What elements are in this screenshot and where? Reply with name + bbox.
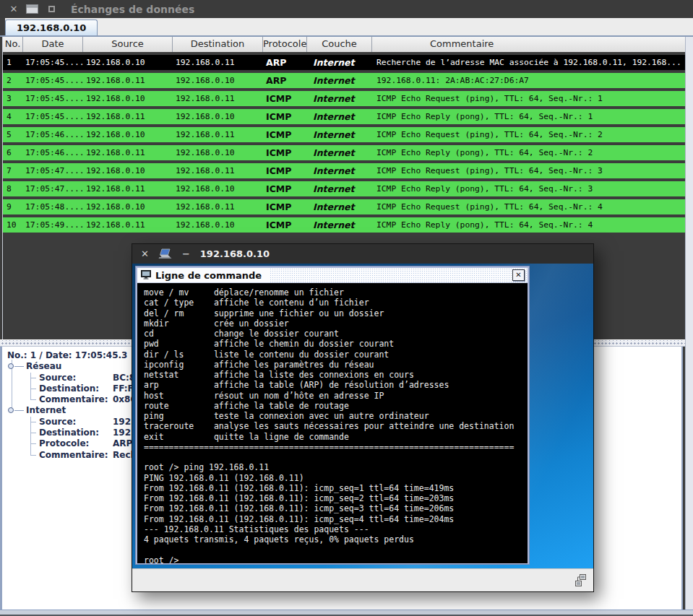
- screen: ✕ Échanges de données 192.168.0.10 No.Da…: [0, 0, 693, 616]
- network-tray-icon[interactable]: [572, 574, 586, 590]
- maximize-icon[interactable]: [48, 6, 55, 12]
- cell-comment: 192.168.0.11: 2A:AB:AC:27:D6:A7: [372, 73, 685, 88]
- column-header[interactable]: Source: [83, 37, 173, 52]
- cell-date: 17:05:45....: [23, 91, 83, 106]
- cell-protocol: ICMP: [263, 109, 307, 124]
- table-row[interactable]: 6 17:05:46.... 192.168.0.11 192.168.0.10…: [3, 145, 685, 160]
- cell-protocol: ICMP: [263, 127, 307, 142]
- cell-protocol: ICMP: [263, 181, 307, 196]
- cell-source: 192.168.0.10: [83, 199, 173, 214]
- cmd-title: Ligne de commande: [155, 270, 262, 281]
- tree-label: Source:: [39, 417, 76, 427]
- cell-no: 6: [3, 145, 23, 160]
- cell-comment: ICMP Echo Reply (pong), TTL: 64, Seq.-Nr…: [372, 217, 685, 233]
- taskbar: [132, 568, 593, 591]
- tree-expand-handle[interactable]: [8, 363, 14, 369]
- cell-source: 192.168.0.10: [83, 127, 173, 142]
- table-row[interactable]: 8 17:05:47.... 192.168.0.11 192.168.0.10…: [3, 181, 685, 196]
- column-header[interactable]: Destination: [173, 37, 263, 52]
- tree-value: FF:F: [113, 383, 134, 394]
- window-bottom-edge: [0, 610, 693, 616]
- cell-destination: 192.168.0.11: [173, 91, 263, 106]
- cell-no: 1: [3, 55, 23, 70]
- cell-no: 8: [3, 181, 23, 196]
- tab-bar: 192.168.0.10: [0, 18, 693, 35]
- cell-source: 192.168.0.11: [83, 109, 173, 124]
- tree-label: Source:: [39, 373, 76, 383]
- close-icon[interactable]: ✕: [7, 4, 20, 14]
- cell-protocol: ICMP: [263, 91, 307, 106]
- cell-destination: 192.168.0.10: [173, 217, 263, 233]
- cell-destination: 192.168.0.10: [173, 181, 263, 196]
- tree-value: ARP: [113, 438, 132, 449]
- monitor-icon: [141, 269, 151, 282]
- column-header[interactable]: No.: [3, 37, 23, 52]
- cell-destination: 192.168.0.10: [173, 109, 263, 124]
- cell-date: 17:05:47....: [23, 181, 83, 196]
- column-header[interactable]: Commentaire: [372, 37, 685, 52]
- table-header: No.DateSourceDestinationProtocoleCoucheC…: [3, 37, 685, 52]
- cell-date: 17:05:45....: [23, 55, 83, 70]
- main-titlebar: ✕ Échanges de données: [0, 0, 693, 18]
- window-icon[interactable]: [26, 4, 38, 14]
- cell-comment: ICMP Echo Reply (pong), TTL: 64, Seq.-Nr…: [372, 145, 685, 160]
- table-row[interactable]: 4 17:05:45.... 192.168.0.11 192.168.0.10…: [3, 109, 685, 124]
- cell-layer: Internet: [307, 181, 372, 196]
- cell-comment: ICMP Echo Reply (pong), TTL: 64, Seq.-Nr…: [372, 109, 685, 124]
- laptop-icon: [158, 248, 173, 259]
- terminal-screen[interactable]: move / mv déplace/renomme un fichier cat…: [137, 283, 528, 563]
- cell-layer: Internet: [307, 199, 372, 214]
- tree-expand-handle[interactable]: [8, 407, 14, 413]
- tree-label: Commentaire:: [39, 394, 108, 404]
- cell-date: 17:05:45....: [23, 109, 83, 124]
- tree-label: No.: 1 / Date: 17:05:45.3: [7, 350, 127, 360]
- cell-date: 17:05:45....: [23, 73, 83, 88]
- cell-no: 9: [3, 199, 23, 214]
- table-row[interactable]: 2 17:05:45.... 192.168.0.11 192.168.0.10…: [3, 73, 685, 88]
- terminal-minimize-icon[interactable]: −: [182, 248, 190, 259]
- table-row[interactable]: 7 17:05:47.... 192.168.0.10 192.168.0.11…: [3, 163, 685, 178]
- cell-source: 192.168.0.10: [83, 163, 173, 178]
- cell-source: 192.168.0.11: [83, 145, 173, 160]
- tree-label: Commentaire:: [39, 450, 108, 460]
- cell-no: 5: [3, 127, 23, 142]
- table-row[interactable]: 5 17:05:46.... 192.168.0.10 192.168.0.11…: [3, 127, 685, 142]
- cmd-titlebar[interactable]: Ligne de commande ✕: [137, 268, 528, 283]
- terminal-close-icon[interactable]: ✕: [141, 248, 149, 259]
- cell-protocol: ICMP: [263, 163, 307, 178]
- cell-no: 2: [3, 73, 23, 88]
- cell-no: 3: [3, 91, 23, 106]
- cell-destination: 192.168.0.10: [173, 145, 263, 160]
- cell-layer: Internet: [307, 145, 372, 160]
- cell-source: 192.168.0.10: [83, 55, 173, 70]
- cell-comment: ICMP Echo Request (ping), TTL: 64, Seq.-…: [372, 199, 685, 214]
- tree-label: Protocole:: [39, 438, 89, 448]
- cell-layer: Internet: [307, 109, 372, 124]
- cell-destination: 192.168.0.11: [173, 163, 263, 178]
- cell-layer: Internet: [307, 91, 372, 106]
- column-header[interactable]: Protocole: [263, 37, 307, 52]
- tab-192-168-0-10[interactable]: 192.168.0.10: [5, 19, 98, 35]
- table-row[interactable]: 3 17:05:45.... 192.168.0.10 192.168.0.11…: [3, 91, 685, 106]
- terminal-window: ✕ − 192.168.0.10: [132, 243, 594, 592]
- column-header[interactable]: Date: [23, 37, 83, 52]
- tree-label: Internet: [26, 405, 66, 415]
- cell-no: 7: [3, 163, 23, 178]
- cell-layer: Internet: [307, 127, 372, 142]
- cell-date: 17:05:46....: [23, 127, 83, 142]
- cell-protocol: ICMP: [263, 199, 307, 214]
- table-row[interactable]: 10 17:05:49.... 192.168.0.11 192.168.0.1…: [3, 217, 685, 233]
- column-header[interactable]: Couche: [307, 37, 372, 52]
- cell-date: 17:05:49....: [23, 217, 83, 233]
- tab-label: 192.168.0.10: [17, 22, 86, 33]
- cell-destination: 192.168.0.11: [173, 199, 263, 214]
- table-row[interactable]: 1 17:05:45.... 192.168.0.10 192.168.0.11…: [3, 55, 685, 70]
- cell-date: 17:05:47....: [23, 163, 83, 178]
- cell-source: 192.168.0.11: [83, 73, 173, 88]
- cell-comment: ICMP Echo Reply (pong), TTL: 64, Seq.-Nr…: [372, 181, 685, 196]
- table-row[interactable]: 9 17:05:48.... 192.168.0.10 192.168.0.11…: [3, 199, 685, 214]
- cell-layer: Internet: [307, 73, 372, 88]
- cell-protocol: ICMP: [263, 145, 307, 160]
- cmd-close-button[interactable]: ✕: [512, 269, 525, 281]
- cell-destination: 192.168.0.10: [173, 73, 263, 88]
